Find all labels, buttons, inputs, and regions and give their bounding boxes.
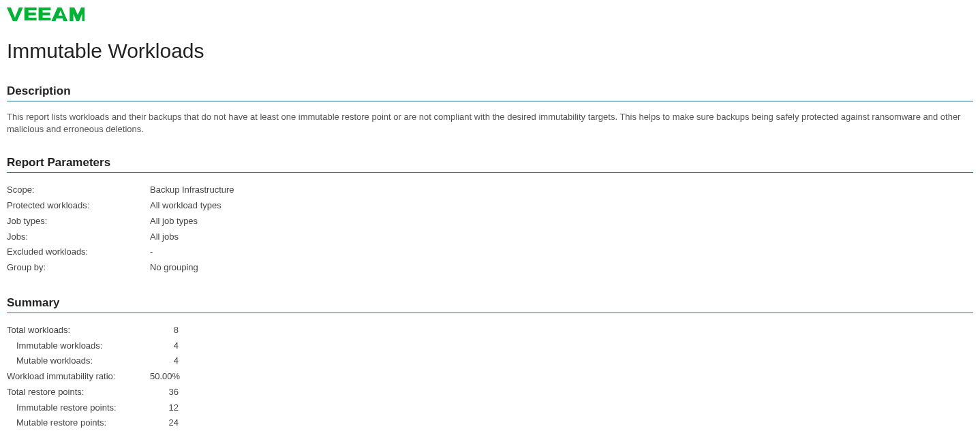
summary-label: Workload immutability ratio: bbox=[7, 369, 150, 385]
param-label: Protected workloads: bbox=[7, 198, 150, 214]
summary-row: Mutable restore points:24 bbox=[7, 415, 973, 431]
param-row: Excluded workloads:- bbox=[7, 244, 973, 260]
param-label: Group by: bbox=[7, 260, 150, 276]
param-row: Group by:No grouping bbox=[7, 260, 973, 276]
param-value: All jobs bbox=[150, 229, 973, 245]
param-value: Backup Infrastructure bbox=[150, 182, 973, 198]
summary-value: 4 bbox=[150, 353, 179, 369]
summary-row: Total workloads:8 bbox=[7, 323, 973, 338]
summary-value: 50.00% bbox=[150, 369, 179, 385]
param-row: Protected workloads:All workload types bbox=[7, 198, 973, 214]
param-value: All workload types bbox=[150, 198, 973, 214]
param-label: Jobs: bbox=[7, 229, 150, 245]
summary-value: 4 bbox=[150, 338, 179, 354]
summary-label: Mutable workloads: bbox=[7, 353, 150, 369]
summary-row: Total restore points:36 bbox=[7, 385, 973, 400]
summary-label: Mutable restore points: bbox=[7, 415, 150, 431]
param-label: Excluded workloads: bbox=[7, 244, 150, 260]
summary-label: Total workloads: bbox=[7, 323, 150, 338]
summary-label: Immutable restore points: bbox=[7, 400, 150, 416]
summary-label: Total restore points: bbox=[7, 385, 150, 400]
veeam-logo bbox=[7, 7, 973, 25]
summary-row: Mutable workloads:4 bbox=[7, 353, 973, 369]
section-heading-description: Description bbox=[7, 84, 973, 101]
param-label: Job types: bbox=[7, 214, 150, 229]
summary-value: 36 bbox=[150, 385, 179, 400]
summary-row: Immutable restore points:12 bbox=[7, 400, 973, 416]
param-row: Scope:Backup Infrastructure bbox=[7, 182, 973, 198]
summary-value: 24 bbox=[150, 415, 179, 431]
summary-value: 12 bbox=[150, 400, 179, 416]
page-title: Immutable Workloads bbox=[7, 39, 973, 63]
section-heading-parameters: Report Parameters bbox=[7, 156, 973, 173]
param-row: Job types:All job types bbox=[7, 214, 973, 229]
param-value: All job types bbox=[150, 214, 973, 229]
param-value: - bbox=[150, 244, 973, 260]
param-row: Jobs:All jobs bbox=[7, 229, 973, 245]
section-heading-summary: Summary bbox=[7, 296, 973, 313]
param-label: Scope: bbox=[7, 182, 150, 198]
summary-row: Immutable workloads:4 bbox=[7, 338, 973, 354]
summary-label: Immutable workloads: bbox=[7, 338, 150, 354]
param-value: No grouping bbox=[150, 260, 973, 276]
summary-table: Total workloads:8Immutable workloads:4Mu… bbox=[7, 323, 973, 431]
summary-row: Workload immutability ratio:50.00% bbox=[7, 369, 973, 385]
report-parameters-table: Scope:Backup InfrastructureProtected wor… bbox=[7, 182, 973, 276]
description-text: This report lists workloads and their ba… bbox=[7, 111, 973, 135]
summary-value: 8 bbox=[150, 323, 179, 338]
